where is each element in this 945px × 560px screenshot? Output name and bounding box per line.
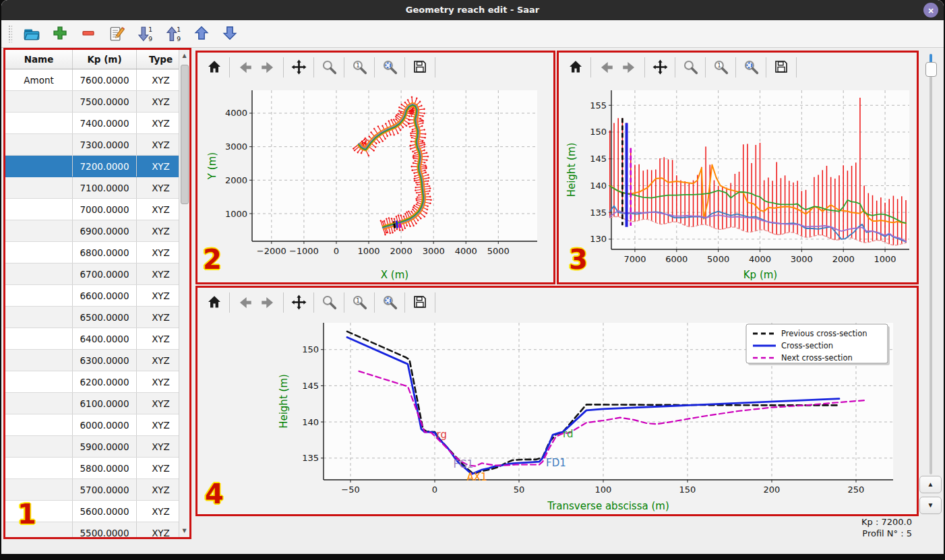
zoom-button[interactable] xyxy=(320,294,338,311)
column-header-kp[interactable]: Kp (m) xyxy=(73,50,137,69)
table-row[interactable]: 6600.0000XYZ xyxy=(5,285,185,307)
edit-profile-button[interactable] xyxy=(108,25,125,42)
zoom-fit-icon xyxy=(745,61,756,73)
close-button[interactable]: ✕ xyxy=(923,3,938,18)
svg-text:50: 50 xyxy=(514,485,525,495)
svg-text:5000: 5000 xyxy=(487,246,510,256)
main-toolbar xyxy=(1,20,944,48)
toolbar-separator xyxy=(675,57,675,77)
svg-text:4000: 4000 xyxy=(455,246,477,256)
zoom-button[interactable] xyxy=(681,59,699,76)
svg-text:0: 0 xyxy=(334,246,339,256)
move-down-button[interactable] xyxy=(221,25,239,42)
table-row[interactable]: 5900.0000XYZ xyxy=(5,436,185,458)
folder-icon xyxy=(24,30,39,40)
table-row[interactable]: 6400.0000XYZ xyxy=(5,328,185,350)
table-scrollbar[interactable]: ▲ ▼ xyxy=(179,50,189,537)
profile-down-button[interactable]: ▼ xyxy=(919,497,942,514)
table-row[interactable]: Amont7600.0000XYZ xyxy=(5,69,185,91)
long-profile-chart[interactable]: 7000600050004000300020001000130135140145… xyxy=(559,82,917,283)
table-row[interactable]: 6200.0000XYZ xyxy=(5,371,185,393)
long-profile-panel: 7000600050004000300020001000130135140145… xyxy=(557,51,919,284)
zoom-region-button[interactable] xyxy=(350,294,368,311)
scroll-down-arrow-icon[interactable]: ▼ xyxy=(179,526,189,536)
move-up-button[interactable] xyxy=(193,25,210,42)
save-button[interactable] xyxy=(772,59,790,76)
table-row[interactable]: 6000.0000XYZ xyxy=(5,414,185,436)
svg-text:Transverse abscissa (m): Transverse abscissa (m) xyxy=(547,500,669,512)
edit-icon xyxy=(111,27,125,40)
home-icon xyxy=(208,61,220,72)
profile-toolbar xyxy=(559,53,917,82)
save-button[interactable] xyxy=(411,59,429,76)
zoom-button[interactable] xyxy=(320,59,338,76)
cross-section-chart[interactable]: −50050100150200250135140145150Transverse… xyxy=(197,317,917,514)
svg-text:2000: 2000 xyxy=(832,254,855,264)
table-row[interactable]: 7100.0000XYZ xyxy=(5,177,185,199)
column-header-name[interactable]: Name xyxy=(5,50,73,69)
slider-handle[interactable] xyxy=(925,62,937,77)
pan-button[interactable] xyxy=(651,59,669,76)
add-profile-button[interactable] xyxy=(51,25,69,42)
sort-ascending-button[interactable] xyxy=(164,25,182,42)
svg-text:Kp (m): Kp (m) xyxy=(743,269,777,281)
back-arrow-icon xyxy=(240,62,251,73)
table-row[interactable]: 7000.0000XYZ xyxy=(5,199,185,220)
table-row[interactable]: 5700.0000XYZ xyxy=(5,479,185,501)
back-button[interactable] xyxy=(236,59,253,76)
table-row[interactable]: 6500.0000XYZ xyxy=(5,307,185,328)
table-row[interactable]: 6700.0000XYZ xyxy=(5,263,185,285)
back-button[interactable] xyxy=(597,59,615,76)
panel-number-1: 1 xyxy=(18,499,36,530)
plan-view-chart[interactable]: −2000−1000010002000300040005000100020003… xyxy=(197,82,553,283)
table-row[interactable]: 6300.0000XYZ xyxy=(5,350,185,371)
home-button[interactable] xyxy=(567,59,584,76)
plus-icon xyxy=(54,27,66,39)
toolbar-separator xyxy=(404,292,405,313)
home-button[interactable] xyxy=(206,294,223,311)
svg-text:250: 250 xyxy=(848,485,865,495)
forward-button[interactable] xyxy=(260,59,277,76)
zoom-region-button[interactable] xyxy=(712,59,729,76)
sort-descending-button[interactable] xyxy=(136,25,154,42)
svg-text:X (m): X (m) xyxy=(381,269,408,281)
table-row[interactable]: 5800.0000XYZ xyxy=(5,458,185,479)
profile-table: Name Kp (m) Type Amont7600.0000XYZ7500.0… xyxy=(5,50,185,539)
forward-button[interactable] xyxy=(260,294,277,311)
table-row[interactable]: 7400.0000XYZ xyxy=(5,113,185,134)
remove-profile-button[interactable] xyxy=(80,25,97,42)
profile-position-slider[interactable] xyxy=(925,54,937,474)
table-row[interactable]: 6800.0000XYZ xyxy=(5,242,185,263)
zoom-fit-button[interactable] xyxy=(381,294,398,311)
pan-button[interactable] xyxy=(290,59,307,76)
table-row[interactable]: 6100.0000XYZ xyxy=(5,393,185,414)
zoom-region-icon xyxy=(353,297,365,308)
pan-button[interactable] xyxy=(290,294,307,311)
svg-text:100: 100 xyxy=(595,485,612,495)
table-row[interactable]: 7500.0000XYZ xyxy=(5,91,185,113)
zoom-region-button[interactable] xyxy=(350,59,368,76)
back-button[interactable] xyxy=(236,294,253,311)
svg-text:130: 130 xyxy=(590,234,607,244)
arrow-down-icon xyxy=(224,27,236,39)
scroll-up-arrow-icon[interactable]: ▲ xyxy=(179,51,189,61)
scrollbar-thumb[interactable] xyxy=(181,65,189,204)
save-button[interactable] xyxy=(411,294,429,311)
svg-text:Previous cross-section: Previous cross-section xyxy=(781,329,867,338)
table-row[interactable]: 7200.0000XYZ xyxy=(5,156,185,177)
slider-groove[interactable] xyxy=(929,54,932,474)
toolbar-grip[interactable] xyxy=(8,25,12,42)
table-row[interactable]: 6900.0000XYZ xyxy=(5,220,185,242)
profile-up-button[interactable]: ▲ xyxy=(919,476,942,493)
home-button[interactable] xyxy=(206,59,223,76)
svg-text:Height (m): Height (m) xyxy=(566,143,578,197)
plan-view-panel: −2000−1000010002000300040005000100020003… xyxy=(195,51,555,284)
zoom-fit-button[interactable] xyxy=(381,59,398,76)
open-folder-button[interactable] xyxy=(23,25,40,42)
table-row[interactable]: 7300.0000XYZ xyxy=(5,134,185,156)
column-header-type[interactable]: Type xyxy=(137,50,185,69)
svg-text:140: 140 xyxy=(590,181,607,191)
forward-button[interactable] xyxy=(621,59,638,76)
svg-text:7000: 7000 xyxy=(623,254,646,264)
zoom-fit-button[interactable] xyxy=(742,59,760,76)
